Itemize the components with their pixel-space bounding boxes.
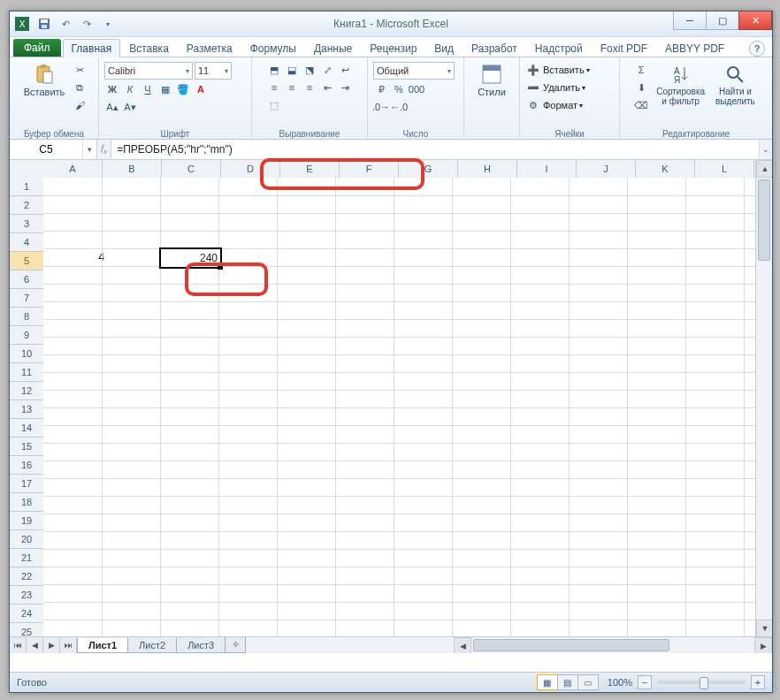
col-header[interactable]: K	[636, 160, 695, 178]
find-select-button[interactable]: Найти и выделить	[712, 62, 759, 108]
sort-filter-button[interactable]: AЯ Сортировка и фильтр	[653, 62, 708, 108]
scroll-thumb[interactable]	[758, 179, 770, 261]
merge-icon[interactable]: ⬚	[266, 97, 282, 113]
fill-handle[interactable]	[218, 264, 223, 270]
row-header[interactable]: 15	[10, 438, 43, 456]
new-sheet-icon[interactable]: ✧	[225, 637, 246, 653]
col-header[interactable]: I	[517, 160, 577, 178]
align-middle-icon[interactable]: ⬓	[284, 62, 300, 78]
sheet-nav-first-icon[interactable]: ⏮	[10, 637, 27, 653]
row-header[interactable]: 13	[10, 400, 43, 419]
row-header[interactable]: 5	[10, 252, 43, 270]
cells-area[interactable]: 4 240	[43, 178, 756, 637]
qat-dropdown-icon[interactable]: ▾	[100, 16, 116, 32]
fx-icon[interactable]: fx	[101, 142, 107, 156]
row-header[interactable]: 8	[10, 308, 43, 326]
styles-button[interactable]: Стили	[474, 62, 509, 99]
cell-A5[interactable]: 4	[43, 248, 107, 266]
row-header[interactable]: 23	[10, 586, 43, 605]
view-page-layout-icon[interactable]: ▤	[557, 674, 578, 690]
orientation-icon[interactable]: ⤢	[319, 62, 335, 78]
tab-addins[interactable]: Надстрой	[526, 39, 592, 57]
copy-icon[interactable]: ⧉	[72, 80, 88, 95]
row-header[interactable]: 16	[10, 456, 43, 475]
col-header[interactable]: L	[695, 160, 754, 178]
increase-indent-icon[interactable]: ⇥	[337, 80, 353, 95]
row-header[interactable]: 7	[10, 289, 43, 308]
tab-view[interactable]: Вид	[425, 39, 463, 57]
row-header[interactable]: 20	[10, 530, 43, 549]
italic-icon[interactable]: К	[122, 81, 138, 97]
format-painter-icon[interactable]: 🖌	[72, 97, 88, 113]
worksheet-grid[interactable]: A B C D E F G H I J K L 1234567891011121…	[10, 160, 772, 653]
fill-color-icon[interactable]: 🪣	[175, 81, 191, 97]
format-cells-button[interactable]: ⚙Формат▾	[525, 97, 583, 113]
row-header[interactable]: 18	[10, 493, 43, 512]
tab-home[interactable]: Главная	[63, 39, 121, 57]
col-header[interactable]: J	[577, 160, 636, 178]
row-header[interactable]: 4	[10, 233, 43, 252]
active-cell[interactable]: 240	[159, 247, 222, 269]
col-header[interactable]: F	[340, 160, 399, 178]
percent-icon[interactable]: %	[391, 81, 407, 97]
row-header[interactable]: 12	[10, 382, 43, 400]
font-family-select[interactable]: Calibri▾	[104, 62, 193, 80]
row-header[interactable]: 1	[10, 178, 43, 196]
increase-decimal-icon[interactable]: .0→	[373, 99, 389, 115]
scroll-left-icon[interactable]: ◀	[454, 637, 471, 653]
name-box-input[interactable]	[10, 143, 82, 156]
help-icon[interactable]: ?	[749, 41, 765, 57]
maximize-button[interactable]: ▢	[706, 11, 739, 30]
scroll-right-icon[interactable]: ▶	[754, 637, 772, 653]
cut-icon[interactable]: ✂	[72, 62, 88, 78]
sheet-tab[interactable]: Лист2	[127, 638, 177, 653]
tab-data[interactable]: Данные	[305, 39, 361, 57]
col-header[interactable]: D	[221, 160, 280, 178]
expand-formula-icon[interactable]: ⌄	[759, 140, 772, 159]
row-header[interactable]: 9	[10, 326, 43, 345]
increase-font-icon[interactable]: A▴	[104, 99, 120, 115]
clear-icon[interactable]: ⌫	[633, 97, 649, 113]
view-page-break-icon[interactable]: ▭	[577, 674, 599, 690]
row-header[interactable]: 17	[10, 475, 43, 493]
sheet-tab[interactable]: Лист1	[77, 638, 128, 653]
sheet-nav-prev-icon[interactable]: ◀	[27, 637, 43, 653]
align-center-icon[interactable]: ≡	[284, 80, 300, 95]
currency-icon[interactable]: ₽	[373, 81, 389, 97]
undo-icon[interactable]: ↶	[57, 16, 73, 32]
sheet-nav-next-icon[interactable]: ▶	[43, 637, 60, 653]
col-header[interactable]: G	[399, 160, 458, 178]
decrease-font-icon[interactable]: A▾	[122, 99, 138, 115]
scroll-up-icon[interactable]: ▲	[756, 160, 772, 178]
underline-icon[interactable]: Ч	[140, 81, 156, 97]
row-header[interactable]: 6	[10, 270, 43, 289]
sheet-tab[interactable]: Лист3	[176, 638, 226, 653]
row-header[interactable]: 2	[10, 196, 43, 215]
tab-foxit[interactable]: Foxit PDF	[592, 39, 656, 57]
align-bottom-icon[interactable]: ⬔	[302, 62, 317, 78]
row-header[interactable]: 11	[10, 363, 43, 382]
select-all-corner[interactable]	[10, 160, 44, 179]
border-icon[interactable]: ▦	[157, 81, 173, 97]
font-size-select[interactable]: 11▾	[195, 62, 232, 80]
align-right-icon[interactable]: ≡	[302, 80, 317, 95]
row-header[interactable]: 21	[10, 549, 43, 567]
row-header[interactable]: 22	[10, 567, 43, 586]
tab-insert[interactable]: Вставка	[120, 39, 178, 57]
name-box-dropdown-icon[interactable]: ▾	[82, 140, 96, 159]
wrap-text-icon[interactable]: ↩	[337, 62, 353, 78]
col-header[interactable]: E	[280, 160, 340, 178]
number-format-select[interactable]: Общий▾	[373, 62, 455, 80]
decrease-indent-icon[interactable]: ⇤	[319, 80, 335, 95]
align-top-icon[interactable]: ⬒	[266, 62, 282, 78]
tab-layout[interactable]: Разметка	[178, 39, 241, 57]
file-tab[interactable]: Файл	[13, 39, 61, 57]
col-header[interactable]: H	[458, 160, 517, 178]
col-header[interactable]: B	[103, 160, 162, 178]
zoom-out-button[interactable]: −	[638, 675, 652, 689]
zoom-knob[interactable]	[700, 677, 708, 689]
zoom-slider[interactable]	[657, 681, 746, 684]
tab-review[interactable]: Рецензир	[361, 39, 425, 57]
col-header[interactable]: C	[162, 160, 221, 178]
view-normal-icon[interactable]: ▦	[537, 674, 558, 690]
